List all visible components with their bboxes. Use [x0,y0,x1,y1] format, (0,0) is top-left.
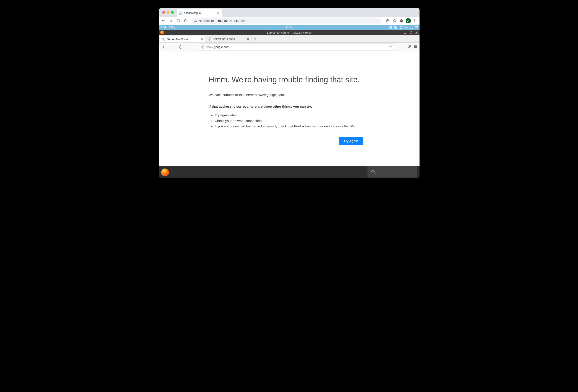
fullscreen-icon[interactable] [410,25,413,29]
firefox-tab-title: Server Not Found [213,37,235,40]
error-tip-item: Try again later. [215,112,406,118]
chrome-tab-abcdesktop[interactable]: abc abcdesktop.io ✕ [177,9,222,17]
not-secure-label: Not Secure [199,19,214,23]
svg-rect-11 [395,26,396,27]
dock-firefox-icon[interactable] [161,168,169,176]
chrome-tab-strip: abc abcdesktop.io ✕ + [159,8,420,17]
apps-grid-icon[interactable] [394,25,398,29]
firefox-forward-button [169,44,175,50]
close-tab-icon[interactable]: ✕ [217,11,220,15]
list-menu-icon[interactable] [415,25,419,29]
firefox-reload-button[interactable] [178,44,184,50]
pocket-icon[interactable] [407,45,411,49]
error-tip-item: If you are connected but behind a firewa… [215,123,406,129]
svg-rect-13 [395,28,396,29]
chrome-extensions-icon[interactable] [399,18,405,24]
abc-username: Philip J. Fry [160,26,175,29]
firefox-minimize-button[interactable] [404,31,407,34]
firefox-maximize-button[interactable] [410,31,413,34]
svg-point-23 [415,26,415,26]
error-tip-item: Check your network connection. [215,118,406,124]
not-secure-icon [194,19,197,22]
firefox-tab-strip: i Server Not Found ✕ i Server Not Found … [159,35,420,43]
chrome-toolbar: Not Secure 192.168.7.144:30443 A [159,17,420,25]
try-again-button[interactable]: Try Again [339,137,363,145]
firefox-url-bar[interactable]: i www.google.com [199,43,394,50]
svg-point-24 [415,27,415,27]
svg-point-25 [415,28,415,28]
site-info-icon[interactable]: i [201,45,204,48]
svg-rect-27 [410,32,412,34]
firefox-tab-1[interactable]: i Server Not Found ✕ [206,35,252,42]
error-tips-list: Try again later. Check your network conn… [209,112,406,129]
chrome-forward-button[interactable] [168,18,174,24]
firefox-tab-0[interactable]: i Server Not Found ✕ [160,36,206,42]
error-heading: Hmm. We're having trouble finding that s… [209,75,406,84]
abc-dock [159,166,420,178]
firefox-nav-toolbar: i www.google.com [159,43,420,51]
macos-traffic-lights [161,8,175,17]
tab-list-chevron-icon[interactable] [413,11,417,14]
close-tab-icon[interactable]: ✕ [201,38,203,41]
firefox-tab-title: Server Not Found [167,38,190,41]
clipboard-icon[interactable] [399,25,403,29]
chrome-bookmark-star-icon[interactable] [392,18,398,24]
abcdesktop-top-bar: Philip J. Fry 11:04 [159,25,420,30]
svg-rect-12 [396,26,397,27]
firefox-new-tab-button[interactable]: + [252,35,259,42]
error-hint-heading: If that address is correct, here are thr… [209,105,406,109]
chrome-reload-button[interactable] [175,18,182,24]
abc-tray [389,25,419,29]
chrome-tab-title: abcdesktop.io [184,11,201,14]
chrome-back-button[interactable] [161,18,167,24]
firefox-back-button[interactable] [161,44,167,50]
svg-point-6 [414,20,415,21]
firefox-titlebar: Server Not Found — Mozilla Firefox [159,30,420,35]
firefox-logo-icon [160,31,164,35]
chrome-url-text: 192.168.7.144:30443 [218,19,246,23]
printer-icon[interactable] [389,25,393,29]
volume-mute-icon[interactable] [404,25,408,29]
firefox-window-title: Server Not Found — Mozilla Firefox [267,31,312,34]
info-icon: i [208,37,211,40]
close-tab-icon[interactable]: ✕ [247,37,249,41]
minimize-window-button[interactable] [167,11,169,14]
omnibox-divider [216,19,216,23]
firefox-menu-button[interactable] [413,45,417,49]
chrome-address-bar[interactable]: Not Secure 192.168.7.144:30443 [192,18,381,24]
svg-point-36 [371,170,374,173]
chrome-profile-avatar[interactable]: A [406,18,411,23]
svg-marker-17 [405,26,406,29]
chrome-new-tab-button[interactable]: + [224,10,230,16]
abc-clock: 11:04 [286,26,293,29]
firefox-page-content: Hmm. We're having trouble finding that s… [159,51,420,166]
svg-point-7 [414,21,415,22]
dock-search-area[interactable] [368,166,417,178]
close-window-button[interactable] [162,11,165,14]
svg-marker-4 [393,19,396,22]
bookmark-star-icon[interactable] [388,45,392,49]
maximize-window-button[interactable] [171,11,174,14]
chrome-menu-button[interactable] [412,18,418,24]
info-icon: i [162,38,165,41]
svg-point-5 [414,19,415,20]
svg-marker-32 [388,45,391,48]
error-subtext: We can't connect to the server at www.go… [209,93,406,97]
chrome-home-button[interactable] [183,18,189,24]
svg-rect-14 [396,28,397,29]
chrome-share-button[interactable] [385,18,391,24]
svg-line-37 [374,173,375,174]
tab-favicon: abc [179,11,182,15]
firefox-close-button[interactable] [415,31,418,34]
firefox-url-text: www.google.com [207,45,230,49]
outer-chrome-window: abc abcdesktop.io ✕ + [159,8,420,178]
